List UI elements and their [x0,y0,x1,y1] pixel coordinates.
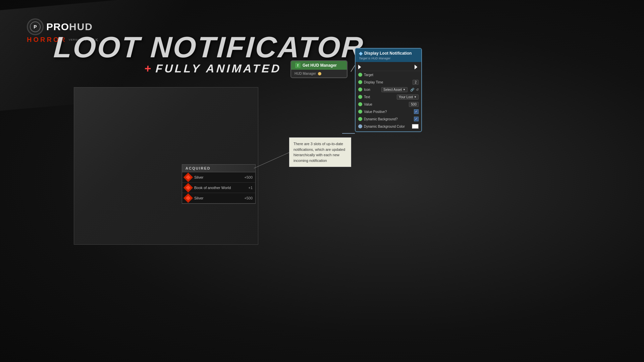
link-icon[interactable]: 🔗 [410,88,414,92]
target-row: Target [356,71,421,78]
value-positive-checkbox[interactable]: ✓ [414,109,419,114]
text-select-button[interactable]: Your Loot ▼ [397,95,419,100]
loot-value-3: +500 [244,196,253,200]
hud-manager-header: f Get HUD Manager [291,61,347,70]
exec-row [356,63,421,71]
color-swatch[interactable] [412,124,419,129]
value-positive-pin [358,110,362,114]
loot-name-3: Silver [194,196,241,200]
value-positive-label: Value Positive? [364,110,412,114]
display-loot-body: Target Display Time 2 Icon Select Asset … [356,62,421,131]
reset-icon[interactable]: ↺ [416,88,419,92]
value-positive-row: Value Positive? ✓ [356,108,421,115]
display-time-value[interactable]: 2 [413,80,419,85]
hud-manager-node: f Get HUD Manager HUD Manager [290,60,347,78]
display-loot-header: ◆ Display Loot Notification Target is HU… [356,49,421,62]
target-pin [358,73,362,77]
main-title: LOOT NOTIFICATOR [53,30,365,64]
loot-row-2: Book of another World +1 [182,183,255,193]
display-time-row: Display Time 2 [356,78,421,86]
display-time-pin [358,80,362,84]
acquired-header: ACQUIRED [182,165,255,172]
svg-text:P: P [34,24,37,29]
loot-row-3: Silver +500 [182,193,255,203]
loot-value-2: +1 [248,186,253,190]
value-row: Value 500 [356,101,421,108]
subtitle: +FULLY ANIMATED [144,62,282,75]
text-label: Text [364,95,395,99]
icon-label: Icon [364,88,380,92]
text-dropdown-arrow: ▼ [414,96,417,99]
dynamic-bg-color-pin [358,124,362,128]
display-loot-subtitle: Target is HUD Manager [359,57,418,60]
value-label: Value [364,103,407,106]
target-label: Target [364,73,419,77]
dynamic-bg-row: Dynamic Background? ✓ [356,115,421,123]
acquired-panel: ACQUIRED Silver +500 Book of another Wor… [182,164,256,204]
loot-icon-1 [183,173,193,182]
icon-pin [358,87,362,92]
exec-out-pin [415,65,419,69]
dynamic-bg-label: Dynamic Background? [364,117,412,121]
dynamic-bg-color-row: Dynamic Background Color [356,123,421,130]
tooltip-text: There are 3 slots of up-to-date notifica… [293,142,345,163]
display-loot-title: ◆ Display Loot Notification [359,51,418,56]
loot-value-1: +500 [244,175,253,179]
loot-name-2: Book of another World [194,186,246,190]
hud-manager-body: HUD Manager [291,70,347,77]
hud-manager-pin-label: HUD Manager [294,72,316,75]
loot-row: Silver +500 [182,172,255,183]
text-row: Text Your Loot ▼ [356,93,421,101]
dropdown-arrow-icon: ▼ [403,88,406,91]
exec-in-pin [358,65,362,69]
hud-manager-title: Get HUD Manager [303,63,337,68]
select-asset-button[interactable]: Select Asset ▼ [381,87,408,92]
icon-row: Icon Select Asset ▼ 🔗 ↺ [356,86,421,93]
loot-name-1: Silver [194,175,241,179]
hud-manager-pin-dot [318,72,321,75]
text-pin [358,95,362,99]
func-icon: f [295,63,301,68]
dynamic-bg-pin [358,117,362,121]
loot-icon-2 [183,183,193,192]
loot-icon-3 [183,193,193,203]
dynamic-bg-color-label: Dynamic Background Color [364,125,410,128]
plus-icon: + [144,62,153,75]
display-loot-node: ◆ Display Loot Notification Target is HU… [355,48,422,132]
logo-circle: P [27,18,44,35]
tooltip-box: There are 3 slots of up-to-date notifica… [289,137,351,167]
value-pin [358,102,362,106]
value-input[interactable]: 500 [409,102,419,107]
dynamic-bg-checkbox[interactable]: ✓ [414,117,419,121]
display-time-label: Display Time [364,80,411,84]
